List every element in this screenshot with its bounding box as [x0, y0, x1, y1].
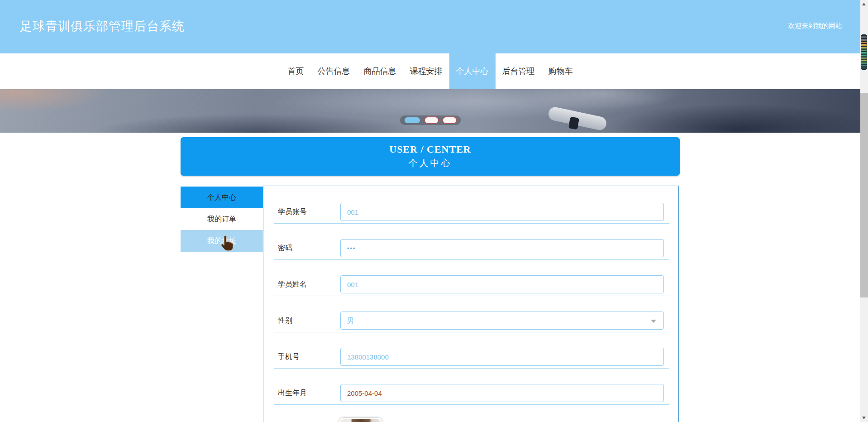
sidebar-item-my-orders[interactable]: 我的订单: [181, 208, 263, 230]
row-divider: [274, 332, 669, 332]
phone-label: 手机号: [278, 352, 340, 362]
caret-down-icon: [651, 320, 656, 323]
gender-label: 性别: [278, 316, 340, 326]
row-divider: [274, 296, 669, 296]
form-row-password: 密码•••: [263, 237, 678, 259]
birthdate-value: 2005-04-04: [347, 389, 382, 397]
form-row-phone: 手机号13800138000: [263, 345, 678, 368]
row-divider: [274, 223, 669, 224]
carousel-dot-1[interactable]: [405, 117, 420, 123]
browser-scrollbar[interactable]: [860, 0, 868, 422]
phone-input[interactable]: 13800138000: [340, 348, 664, 366]
nav-item-home[interactable]: 首页: [281, 53, 311, 89]
name-input[interactable]: 001: [340, 275, 664, 293]
row-divider: [274, 368, 669, 369]
profile-form-rows: 学员账号001密码•••学员姓名001性别男手机号13800138000出生年月…: [263, 201, 678, 405]
row-divider: [274, 259, 669, 260]
page-title-zh: 个人中心: [409, 157, 452, 169]
account-input[interactable]: 001: [340, 203, 664, 221]
page-title-en: USER / CENTER: [389, 144, 471, 155]
form-row-name: 学员姓名001: [263, 273, 678, 296]
carousel-dots: [400, 115, 461, 125]
scrollbar-down-arrow-icon[interactable]: [862, 417, 866, 419]
name-label: 学员姓名: [278, 280, 340, 289]
nav-item-admin[interactable]: 后台管理: [496, 53, 542, 89]
page: 足球青训俱乐部管理后台系统 欢迎来到我的网站 首页公告信息商品信息课程安排个人中…: [0, 0, 868, 422]
nav-item-personal[interactable]: 个人中心: [449, 53, 496, 89]
nav-item-cart[interactable]: 购物车: [542, 53, 580, 89]
password-label: 密码: [278, 244, 340, 253]
birthdate-label: 出生年月: [278, 388, 340, 398]
profile-form: 学员账号001密码•••学员姓名001性别男手机号13800138000出生年月…: [263, 186, 678, 422]
name-value: 001: [347, 281, 358, 288]
scrollbar-thumb[interactable]: [860, 93, 868, 297]
nav-item-courses[interactable]: 课程安排: [403, 53, 449, 89]
account-label: 学员账号: [278, 207, 340, 217]
birthdate-input[interactable]: 2005-04-04: [340, 384, 664, 402]
hero-banner-image: [0, 89, 860, 133]
gender-select[interactable]: 男: [340, 312, 664, 330]
scrollbar-extension-marker: [861, 34, 867, 70]
carousel-dot-3[interactable]: [443, 117, 456, 123]
account-value: 001: [347, 208, 358, 216]
page-title-banner: USER / CENTER 个人中心: [181, 137, 680, 176]
sidebar-item-personal-center[interactable]: 个人中心: [181, 187, 263, 208]
form-row-gender: 性别男: [263, 309, 678, 332]
form-row-birthdate: 出生年月2005-04-04: [263, 382, 678, 404]
mouse-cursor-hand-icon: [221, 235, 234, 252]
carousel-dot-2[interactable]: [425, 117, 438, 123]
gender-value: 男: [347, 316, 354, 325]
student-photo-thumbnail[interactable]: [339, 418, 382, 422]
nav-item-notice[interactable]: 公告信息: [311, 53, 357, 89]
welcome-text: 欢迎来到我的网站: [788, 22, 842, 30]
phone-value: 13800138000: [347, 353, 389, 361]
form-row-account: 学员账号001: [263, 201, 678, 223]
main-nav: 首页公告信息商品信息课程安排个人中心后台管理购物车: [0, 53, 860, 89]
password-value: •••: [347, 245, 356, 252]
site-title: 足球青训俱乐部管理后台系统: [20, 18, 185, 34]
profile-form-panel: 学员账号001密码•••学员姓名001性别男手机号13800138000出生年月…: [263, 186, 679, 422]
scrollbar-up-arrow-icon[interactable]: [862, 3, 866, 5]
surfboard-fin-graphic: [568, 117, 579, 130]
password-input[interactable]: •••: [340, 239, 664, 257]
top-header: 足球青训俱乐部管理后台系统 欢迎来到我的网站: [0, 0, 860, 53]
nav-item-goods[interactable]: 商品信息: [357, 53, 403, 89]
row-divider: [274, 404, 669, 405]
